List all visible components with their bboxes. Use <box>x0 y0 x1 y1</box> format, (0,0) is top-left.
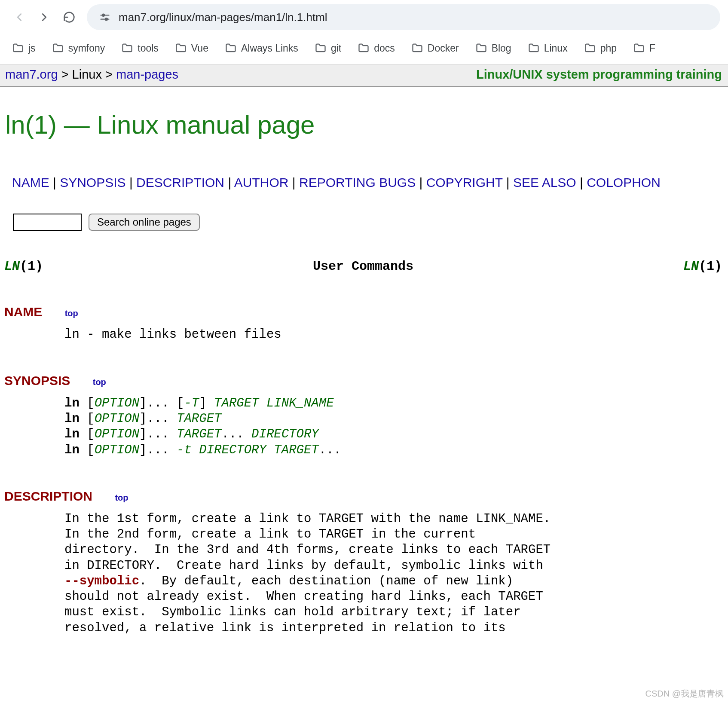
address-bar[interactable]: man7.org/linux/man-pages/man1/ln.1.html <box>87 4 720 30</box>
nav-reload-icon[interactable] <box>62 10 76 24</box>
section-heading-synopsis: SYNOPSIS top <box>0 342 728 388</box>
breadcrumb-sep: > <box>61 67 72 81</box>
search-button[interactable]: Search online pages <box>89 214 200 231</box>
section-nav-link[interactable]: REPORTING BUGS <box>299 175 416 190</box>
section-nav-link[interactable]: NAME <box>12 175 49 190</box>
man-header-right-sect: (1) <box>699 259 722 274</box>
nav-separator: | <box>289 175 299 190</box>
section-nav-link[interactable]: AUTHOR <box>234 175 289 190</box>
man-header: LN(1) User Commands LN(1) <box>0 231 728 274</box>
address-bar-url: man7.org/linux/man-pages/man1/ln.1.html <box>119 11 327 24</box>
section-body-name: ln - make links between files <box>0 319 728 342</box>
site-settings-icon[interactable] <box>99 11 111 23</box>
breadcrumb-home[interactable]: man7.org <box>5 67 58 81</box>
bookmark-label: Vue <box>191 43 208 54</box>
section-heading-label: DESCRIPTION <box>4 489 92 503</box>
search-input[interactable] <box>13 214 82 231</box>
man-header-center: User Commands <box>313 259 413 274</box>
bookmark-label: F <box>649 43 655 54</box>
bookmark-folder[interactable]: F <box>630 40 658 56</box>
section-nav-link[interactable]: SEE ALSO <box>513 175 576 190</box>
bookmark-label: Always Links <box>241 43 298 54</box>
bookmark-folder[interactable]: Linux <box>525 40 570 56</box>
section-heading-name: NAME top <box>0 274 728 319</box>
page-title: ln(1) — Linux manual page <box>0 87 728 140</box>
synopsis-text: ln [OPTION]... [-T] TARGET LINK_NAME ln … <box>0 396 728 458</box>
svg-point-3 <box>105 18 107 20</box>
search-row: Search online pages <box>0 192 728 231</box>
bookmark-folder[interactable]: Blog <box>473 40 514 56</box>
top-link[interactable]: top <box>93 377 106 387</box>
section-heading-label: NAME <box>4 305 42 319</box>
bookmark-label: docs <box>374 43 395 54</box>
bookmark-folder[interactable]: git <box>312 40 344 56</box>
nav-separator: | <box>126 175 136 190</box>
nav-back-icon[interactable] <box>12 10 27 24</box>
nav-separator: | <box>576 175 587 190</box>
svg-point-1 <box>102 14 104 16</box>
bookmark-label: Linux <box>544 43 568 54</box>
section-nav-link[interactable]: COLOPHON <box>587 175 661 190</box>
nav-separator: | <box>224 175 234 190</box>
section-body-synopsis: ln [OPTION]... [-T] TARGET LINK_NAME ln … <box>0 388 728 458</box>
bookmark-label: php <box>600 43 617 54</box>
bookmark-label: symfony <box>68 43 105 54</box>
section-heading-description: DESCRIPTION top <box>0 458 728 504</box>
section-nav-link[interactable]: COPYRIGHT <box>426 175 503 190</box>
bookmark-folder[interactable]: tools <box>119 40 161 56</box>
bookmarks-bar: jssymfonytoolsVueAlways LinksgitdocsDock… <box>0 34 728 64</box>
nav-separator: | <box>49 175 60 190</box>
name-text: ln - make links between files <box>0 327 728 342</box>
man-header-right: LN(1) <box>683 259 722 274</box>
bookmark-folder[interactable]: php <box>581 40 619 56</box>
bookmark-folder[interactable]: Always Links <box>222 40 301 56</box>
man-header-left: LN(1) <box>4 259 43 274</box>
section-nav-link[interactable]: SYNOPSIS <box>60 175 125 190</box>
nav-separator: | <box>416 175 426 190</box>
man-header-right-cmd: LN <box>683 259 699 274</box>
bookmark-folder[interactable]: symfony <box>49 40 108 56</box>
breadcrumb-sep: > <box>105 67 116 81</box>
description-text: In the 1st form, create a link to TARGET… <box>0 511 728 636</box>
section-nav: NAME | SYNOPSIS | DESCRIPTION | AUTHOR |… <box>0 140 728 192</box>
bookmark-folder[interactable]: js <box>9 40 38 56</box>
top-link[interactable]: top <box>65 309 78 318</box>
training-link[interactable]: Linux/UNIX system programming training <box>476 67 722 81</box>
bookmark-label: git <box>331 43 341 54</box>
bookmark-label: Blog <box>492 43 511 54</box>
breadcrumb: man7.org > Linux > man-pages <box>5 67 178 82</box>
page-content: man7.org > Linux > man-pages Linux/UNIX … <box>0 64 728 636</box>
bookmark-folder[interactable]: Vue <box>172 40 211 56</box>
breadcrumb-manpages[interactable]: man-pages <box>116 67 178 81</box>
top-link[interactable]: top <box>115 493 128 502</box>
bookmark-label: Docker <box>428 43 459 54</box>
man-header-left-sect: (1) <box>20 259 43 274</box>
bookmark-folder[interactable]: Docker <box>409 40 462 56</box>
section-body-description: In the 1st form, create a link to TARGET… <box>0 504 728 636</box>
nav-forward-icon[interactable] <box>37 10 52 24</box>
section-heading-label: SYNOPSIS <box>4 373 70 388</box>
man-header-left-cmd: LN <box>4 259 20 274</box>
bookmark-folder[interactable]: docs <box>355 40 398 56</box>
breadcrumb-linux: Linux <box>72 67 102 81</box>
section-nav-link[interactable]: DESCRIPTION <box>136 175 224 190</box>
nav-separator: | <box>502 175 513 190</box>
browser-toolbar: man7.org/linux/man-pages/man1/ln.1.html <box>0 0 728 34</box>
training-link-wrap: Linux/UNIX system programming training <box>476 67 722 82</box>
breadcrumb-bar: man7.org > Linux > man-pages Linux/UNIX … <box>0 64 728 87</box>
bookmark-label: tools <box>138 43 159 54</box>
bookmark-label: js <box>28 43 36 54</box>
